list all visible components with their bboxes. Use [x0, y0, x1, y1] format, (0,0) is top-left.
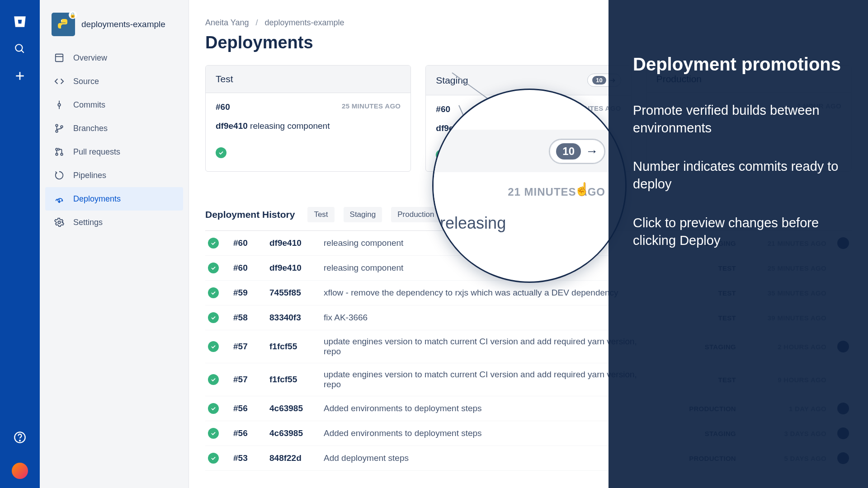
- row-commit-hash: f1fcf55: [269, 342, 324, 352]
- nav-label: Deployments: [73, 194, 121, 204]
- build-message: df9e410 releasing component: [216, 121, 401, 131]
- breadcrumb-repo[interactable]: deployments-example: [264, 18, 344, 27]
- row-commit-hash: f1fcf55: [269, 375, 324, 385]
- repo-title: deployments-example: [81, 19, 165, 29]
- row-build-number: #60: [233, 238, 269, 248]
- status-success-icon: [208, 428, 219, 439]
- search-icon[interactable]: [11, 40, 29, 58]
- sidebar-item-settings[interactable]: Settings: [45, 211, 183, 234]
- row-commit-hash: df9e410: [269, 238, 324, 248]
- svg-point-9: [58, 103, 61, 106]
- history-title: Deployment History: [205, 209, 295, 220]
- sidebar-item-pull-requests[interactable]: Pull requests: [45, 140, 183, 164]
- svg-point-16: [56, 153, 58, 155]
- source-icon: [53, 75, 65, 87]
- settings-icon: [53, 216, 65, 228]
- overlay-paragraph: Number indicates commits ready to deploy: [633, 158, 844, 193]
- svg-point-0: [15, 44, 22, 51]
- status-success-icon: [208, 287, 219, 298]
- bitbucket-logo-icon[interactable]: [11, 13, 29, 31]
- build-number: #60: [436, 104, 450, 114]
- nav-label: Branches: [73, 124, 108, 133]
- status-success-icon: [208, 453, 219, 464]
- row-commit-hash: 83340f3: [269, 313, 324, 323]
- row-commit-hash: 4c63985: [269, 404, 324, 413]
- filter-test[interactable]: Test: [307, 207, 334, 222]
- breadcrumb-separator: /: [255, 18, 258, 27]
- svg-point-17: [61, 153, 63, 155]
- row-build-number: #58: [233, 313, 269, 323]
- help-icon[interactable]: [11, 428, 29, 446]
- pointer-cursor-icon: ☝: [574, 182, 590, 197]
- svg-point-18: [58, 221, 61, 224]
- svg-point-14: [61, 126, 63, 128]
- sidebar-item-branches[interactable]: Branches: [45, 117, 183, 140]
- status-success-icon: [216, 147, 226, 158]
- env-card-test[interactable]: Test #6025 MINUTES AGO df9e410 releasing…: [205, 65, 411, 172]
- row-commit-hash: 4c63985: [269, 428, 324, 438]
- row-commit-hash: df9e410: [269, 263, 324, 273]
- deployments-icon: [53, 193, 65, 205]
- nav-label: Source: [73, 77, 99, 86]
- status-success-icon: [208, 263, 219, 273]
- commits-icon: [53, 99, 65, 111]
- info-overlay-panel: Deployment promotions Promote verified b…: [609, 0, 868, 488]
- svg-point-15: [56, 148, 58, 150]
- svg-point-6: [61, 20, 62, 21]
- row-build-number: #53: [233, 453, 269, 463]
- nav-label: Commits: [73, 100, 105, 110]
- nav-label: Overview: [73, 53, 107, 63]
- branches-icon: [53, 122, 65, 134]
- filter-production[interactable]: Production: [391, 207, 440, 222]
- magnifier-build-message: 10 releasingnt: [432, 214, 605, 252]
- overlay-title: Deployment promotions: [633, 54, 844, 75]
- magnifier-callout: g 10 → 21 MINUTES AGO 10 releasingnt: [432, 89, 627, 283]
- nav-label: Pipelines: [73, 171, 106, 180]
- build-time: 25 MINUTES AGO: [342, 102, 401, 112]
- status-success-icon: [208, 238, 219, 249]
- pipelines-icon: [53, 169, 65, 181]
- build-number: #60: [216, 102, 230, 112]
- row-build-number: #60: [233, 263, 269, 273]
- breadcrumb-owner[interactable]: Aneita Yang: [205, 18, 249, 27]
- create-icon[interactable]: [11, 67, 29, 85]
- user-avatar[interactable]: [12, 463, 28, 479]
- overlay-paragraph: Promote verified builds between environm…: [633, 102, 844, 137]
- magnifier-promote-count: 10: [556, 143, 581, 160]
- sidebar-item-deployments[interactable]: Deployments: [45, 187, 183, 211]
- pull-requests-icon: [53, 146, 65, 158]
- status-success-icon: [208, 374, 219, 385]
- env-name: Test: [216, 74, 233, 84]
- row-build-number: #56: [233, 428, 269, 438]
- arrow-right-icon: →: [585, 144, 598, 159]
- repo-header: 🔒 deployments-example: [45, 13, 183, 46]
- status-success-icon: [208, 341, 219, 352]
- row-commit-hash: 848f22d: [269, 453, 324, 463]
- row-build-number: #56: [233, 404, 269, 413]
- magnifier-promote-button[interactable]: 10 →: [549, 139, 605, 164]
- filter-staging[interactable]: Staging: [344, 207, 382, 222]
- svg-point-5: [19, 440, 20, 441]
- svg-point-13: [56, 130, 58, 132]
- sidebar-item-source[interactable]: Source: [45, 70, 183, 93]
- overview-icon: [53, 52, 65, 64]
- row-build-number: #59: [233, 288, 269, 298]
- status-success-icon: [208, 403, 219, 414]
- sidebar-item-pipelines[interactable]: Pipelines: [45, 164, 183, 187]
- sidebar-item-overview[interactable]: Overview: [45, 46, 183, 70]
- promote-count: 10: [592, 76, 606, 84]
- sidebar-nav: Overview Source Commits Branches Pull re…: [45, 46, 183, 234]
- row-commit-hash: 7455f85: [269, 288, 324, 298]
- svg-point-12: [56, 124, 58, 127]
- row-build-number: #57: [233, 375, 269, 385]
- lock-icon: 🔒: [69, 11, 77, 19]
- status-success-icon: [208, 312, 219, 323]
- nav-label: Settings: [73, 218, 103, 227]
- svg-rect-7: [56, 54, 63, 62]
- overlay-paragraph: Click to preview changes before clicking…: [633, 214, 844, 249]
- row-build-number: #57: [233, 342, 269, 352]
- sidebar-item-commits[interactable]: Commits: [45, 93, 183, 117]
- nav-label: Pull requests: [73, 147, 120, 157]
- repo-sidebar: 🔒 deployments-example Overview Source Co…: [40, 0, 189, 488]
- global-navigation-rail: [0, 0, 40, 488]
